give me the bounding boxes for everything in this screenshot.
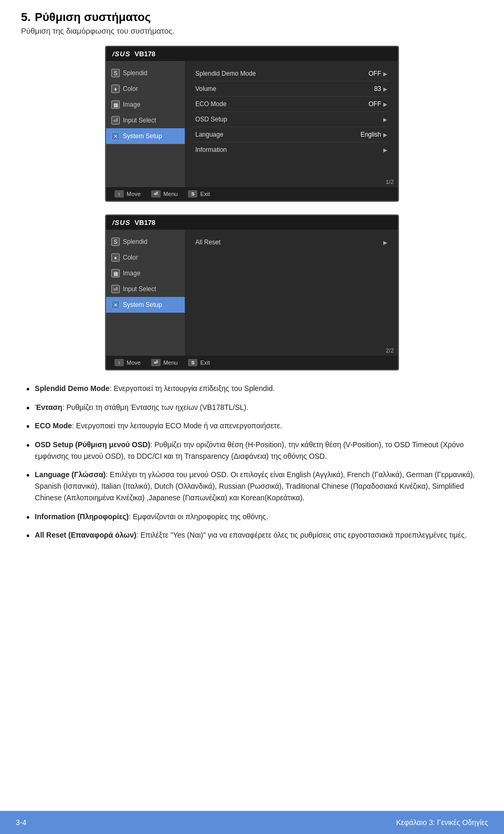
page-content: 5. Ρύθμιση συστήματος Ρύθμιση της διαμόρ… — [0, 0, 504, 580]
sidebar-item-system-2[interactable]: ✕ System Setup — [106, 297, 185, 313]
model-name-2: VB178 — [134, 219, 155, 226]
bullet-list: • Splendid Demo Mode: Ενεργοποιεί τη λει… — [21, 383, 483, 541]
splendid-icon-2: S — [111, 238, 120, 246]
sidebar-item-splendid-2[interactable]: S Splendid — [106, 234, 185, 250]
footer-exit-2: S Exit — [188, 359, 209, 366]
main-panel-1: Splendid Demo Mode OFF ▶ Volume 83 ▶ ECO… — [185, 61, 398, 187]
image-icon-2: ▦ — [111, 269, 120, 277]
footer-move-2: ↕ Move — [114, 359, 141, 366]
move-icon-2: ↕ — [114, 359, 124, 366]
section-number: 5. — [21, 11, 30, 24]
sidebar-1: S Splendid ♦ Color ▦ Image ⏎ Input Selec… — [106, 61, 185, 187]
bullet-osd: • OSD Setup (Ρύθμιση μενού OSD): Ρυθμίζε… — [26, 439, 483, 462]
asus-logo-1: /SUS — [112, 50, 130, 58]
monitor-ui-2: /SUS VB178 S Splendid ♦ Color ▦ Image ⏎ — [105, 214, 399, 370]
footer-page-number: 3-4 — [16, 818, 26, 827]
color-icon-1: ♦ — [111, 85, 120, 93]
image-icon-1: ▦ — [111, 100, 120, 109]
monitor-body-1: S Splendid ♦ Color ▦ Image ⏎ Input Selec… — [106, 61, 398, 187]
page-indicator-2: 2/2 — [185, 345, 398, 356]
footer-move-1: ↕ Move — [114, 190, 141, 198]
bullet-eco: • ECO Mode: Ενεργοποιεί την λειτουργία E… — [26, 420, 483, 432]
menu-row-information: Information ▶ — [193, 142, 390, 157]
sidebar-item-splendid-1[interactable]: S Splendid — [106, 65, 185, 81]
sidebar-item-color-2[interactable]: ♦ Color — [106, 250, 185, 265]
sidebar-item-color-1[interactable]: ♦ Color — [106, 81, 185, 97]
color-icon-2: ♦ — [111, 253, 120, 262]
menu-list-1: Splendid Demo Mode OFF ▶ Volume 83 ▶ ECO… — [185, 61, 398, 177]
section-subtitle: Ρύθμιση της διαμόρφωσης του συστήματος. — [21, 26, 483, 35]
menu-icon-1: ⏎ — [151, 190, 161, 198]
footer-chapter-label: Κεφάλαιο 3: Γενικές Οδηγίες — [396, 818, 489, 827]
splendid-icon-1: S — [111, 69, 120, 77]
menu-row-osd: OSD Setup ▶ — [193, 112, 390, 127]
menu-row-volume: Volume 83 ▶ — [193, 81, 390, 97]
footer-exit-1: S Exit — [188, 190, 209, 198]
menu-icon-2: ⏎ — [151, 359, 161, 366]
main-panel-2: All Reset ▶ 2/2 — [185, 230, 398, 356]
exit-icon-2: S — [188, 359, 197, 366]
menu-row-eco: ECO Mode OFF ▶ — [193, 97, 390, 112]
input-icon-2: ⏎ — [111, 285, 120, 293]
sidebar-item-input-1[interactable]: ⏎ Input Select — [106, 112, 185, 128]
move-icon-1: ↕ — [114, 190, 124, 198]
bullet-information: • Information (Πληροφορίες): Εμφανίζοντα… — [26, 511, 483, 523]
page-footer: 3-4 Κεφάλαιο 3: Γενικές Οδηγίες — [0, 811, 504, 834]
footer-menu-1: ⏎ Menu — [151, 190, 178, 198]
section-title: Ρύθμιση συστήματος — [35, 11, 151, 24]
sidebar-item-input-2[interactable]: ⏎ Input Select — [106, 281, 185, 297]
model-name-1: VB178 — [134, 50, 155, 58]
monitor-footer-2: ↕ Move ⏎ Menu S Exit — [106, 356, 398, 369]
sidebar-2: S Splendid ♦ Color ▦ Image ⏎ Input Selec… — [106, 230, 185, 356]
menu-row-allreset: All Reset ▶ — [193, 235, 390, 250]
sidebar-item-image-2[interactable]: ▦ Image — [106, 265, 185, 281]
footer-menu-2: ⏎ Menu — [151, 359, 178, 366]
monitor-footer-1: ↕ Move ⏎ Menu S Exit — [106, 187, 398, 201]
bullet-allreset: • All Reset (Επαναφορά όλων): Επιλέξτε "… — [26, 530, 483, 541]
menu-row-splendid-demo: Splendid Demo Mode OFF ▶ — [193, 66, 390, 81]
menu-list-2: All Reset ▶ — [185, 230, 398, 345]
page-indicator-1: 1/2 — [185, 177, 398, 187]
system-icon-2: ✕ — [111, 301, 120, 309]
monitor-header-1: /SUS VB178 — [106, 47, 398, 61]
bullet-language: • Language (Γλώσσα): Επιλέγει τη γλώσσα … — [26, 469, 483, 503]
input-icon-1: ⏎ — [111, 116, 120, 125]
bullet-splendid-demo: • Splendid Demo Mode: Ενεργοποιεί τη λει… — [26, 383, 483, 395]
bullet-volume: • Ένταση: Ρυθμίζει τη στάθμη Έντασης των… — [26, 402, 483, 414]
sidebar-item-image-1[interactable]: ▦ Image — [106, 97, 185, 112]
exit-icon-1: S — [188, 190, 197, 198]
monitor-header-2: /SUS VB178 — [106, 215, 398, 230]
monitor-ui-1: /SUS VB178 S Splendid ♦ Color ▦ Image ⏎ — [105, 46, 399, 202]
menu-row-language: Language English ▶ — [193, 127, 390, 142]
monitor-body-2: S Splendid ♦ Color ▦ Image ⏎ Input Selec… — [106, 230, 398, 356]
asus-logo-2: /SUS — [112, 219, 130, 226]
system-icon-1: ✕ — [111, 132, 120, 140]
sidebar-item-system-1[interactable]: ✕ System Setup — [106, 128, 185, 144]
